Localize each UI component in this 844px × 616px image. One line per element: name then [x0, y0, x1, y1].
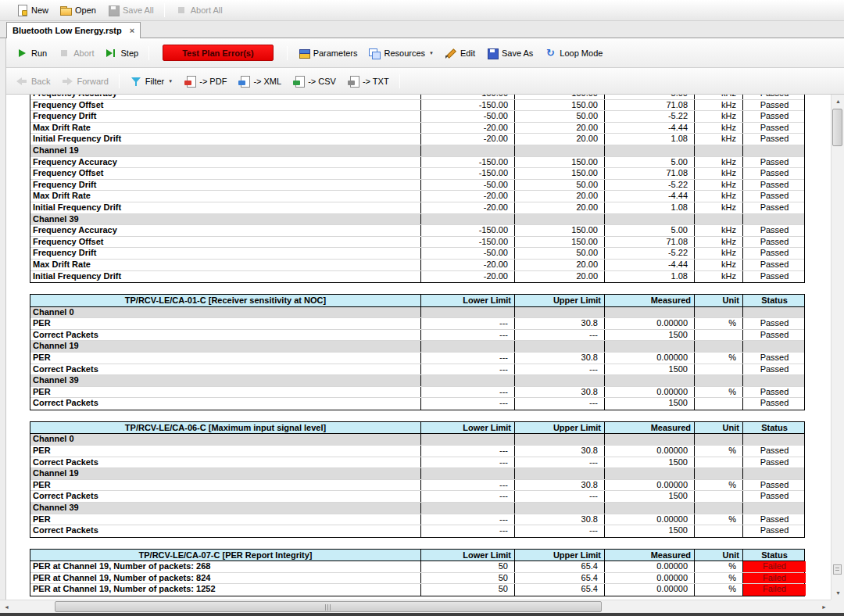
- edit-button-label: Edit: [460, 48, 475, 58]
- parameters-button-label: Parameters: [313, 48, 358, 58]
- upper-limit-value: [514, 307, 604, 318]
- new-button-label: New: [31, 5, 48, 15]
- forward-arrow-icon: [61, 75, 73, 88]
- export-txt-button[interactable]: -> TXT: [342, 73, 394, 90]
- abort-all-button[interactable]: Abort All: [170, 2, 227, 19]
- unit-value: kHz: [694, 225, 742, 236]
- row-label: Frequency Accuracy: [30, 95, 420, 99]
- back-button-label: Back: [31, 77, 50, 86]
- test-plan-error-button[interactable]: Test Plan Error(s): [163, 45, 274, 61]
- upper-limit-value: 30.8: [514, 318, 604, 329]
- edit-button[interactable]: Edit: [440, 45, 480, 62]
- section-row: Channel 19: [30, 341, 804, 353]
- status-value: [742, 341, 806, 352]
- save-as-button-label: Save As: [502, 48, 533, 58]
- upper-limit-value: [514, 503, 604, 514]
- tab-title: Bluetooth Low Energy.rstp: [13, 26, 122, 35]
- parameters-button[interactable]: Parameters: [293, 45, 363, 62]
- resources-button[interactable]: Resources ▼: [363, 45, 438, 62]
- upper-limit-value: ---: [514, 330, 604, 341]
- upper-limit-value: 150.00: [514, 95, 604, 99]
- measured-value: 0.00000: [604, 446, 694, 457]
- upper-limit-value: 150.00: [514, 225, 604, 236]
- filter-button[interactable]: Filter ▼: [125, 73, 177, 90]
- measured-value: 1.08: [604, 202, 694, 213]
- row-label: PER: [30, 318, 420, 329]
- unit-value: [694, 398, 742, 410]
- upper-limit-value: 20.00: [514, 123, 604, 134]
- lower-limit-value: -20.00: [420, 134, 514, 145]
- lower-limit-value: -20.00: [420, 271, 514, 283]
- step-icon: [105, 47, 117, 59]
- measured-value: [604, 307, 694, 318]
- vertical-scrollbar-thumb[interactable]: [832, 109, 842, 146]
- upper-limit-value: 50.00: [514, 248, 604, 259]
- vertical-scrollbar[interactable]: ▲ ▼: [831, 95, 844, 600]
- scroll-up-arrow-icon[interactable]: ▲: [831, 95, 844, 108]
- status-value: Passed: [742, 353, 806, 364]
- unit-value: [694, 457, 742, 468]
- unit-value: kHz: [694, 180, 742, 191]
- loop-mode-button[interactable]: ↻ Loop Mode: [539, 45, 607, 62]
- horizontal-scrollbar-thumb[interactable]: [55, 601, 602, 612]
- result-table: TP/RCV-LE/CA-07-C [PER Report Integrity]…: [30, 549, 805, 596]
- row-label: PER: [30, 446, 420, 457]
- upper-limit-value: ---: [514, 398, 604, 410]
- scrollbar-corner: [831, 600, 844, 613]
- new-button[interactable]: New: [11, 2, 53, 19]
- forward-button[interactable]: Forward: [56, 73, 113, 90]
- save-as-button[interactable]: Save As: [481, 45, 538, 62]
- tab-close-icon[interactable]: ×: [130, 26, 134, 35]
- abort-all-button-label: Abort All: [191, 5, 223, 15]
- table-row: Correct Packets------1500Passed: [30, 398, 804, 410]
- measured-value: -5.22: [604, 180, 694, 191]
- scroll-right-arrow-icon[interactable]: ►: [817, 600, 831, 614]
- scrollbar-gripper[interactable]: [833, 564, 842, 575]
- export-pdf-button[interactable]: -> PDF: [179, 73, 231, 90]
- status-value: Passed: [742, 180, 806, 191]
- upper-limit-value: [514, 468, 604, 479]
- status-value: [742, 145, 806, 156]
- measured-value: [604, 341, 694, 352]
- measured-value: 1500: [604, 525, 694, 537]
- back-arrow-icon: [16, 75, 28, 88]
- chevron-down-icon: ▼: [168, 79, 173, 84]
- abort-button[interactable]: Abort: [53, 45, 98, 62]
- upper-limit-value: 30.8: [514, 514, 604, 525]
- lower-limit-value: [420, 503, 514, 514]
- export-csv-button[interactable]: -> CSV: [288, 73, 341, 90]
- tab-bluetooth-low-energy[interactable]: Bluetooth Low Energy.rstp ×: [6, 22, 141, 38]
- row-label: Correct Packets: [30, 398, 420, 410]
- export-txt-label: -> TXT: [363, 77, 389, 86]
- row-label: Initial Frequency Drift: [30, 271, 420, 283]
- measured-value: [604, 434, 694, 445]
- measured-value: 1500: [604, 491, 694, 502]
- row-label: Frequency Drift: [30, 111, 420, 122]
- row-label: PER at Channel 19, Number of packets: 12…: [30, 584, 420, 596]
- save-all-button[interactable]: Save All: [102, 2, 159, 19]
- resources-button-label: Resources: [384, 48, 425, 58]
- lower-limit-value: -20.00: [420, 123, 514, 134]
- step-button[interactable]: Step: [100, 45, 143, 62]
- unit-value: [694, 491, 742, 502]
- toolbar-separator: [399, 74, 400, 88]
- row-label: Max Drift Rate: [30, 123, 420, 134]
- upper-limit-value: 20.00: [514, 134, 604, 145]
- chevron-down-icon: ▼: [429, 51, 434, 56]
- scroll-down-arrow-icon[interactable]: ▼: [831, 586, 844, 600]
- horizontal-scrollbar[interactable]: ◄ ►: [0, 600, 831, 613]
- back-button[interactable]: Back: [11, 73, 55, 90]
- run-button[interactable]: Run: [11, 45, 52, 62]
- table-row: Frequency Offset-150.00150.0071.08kHzPas…: [30, 237, 804, 249]
- toolbar-separator: [164, 3, 165, 17]
- upper-limit-value: 50.00: [514, 111, 604, 122]
- open-button[interactable]: Open: [55, 2, 101, 19]
- unit-value: %: [694, 561, 742, 572]
- table-row: Correct Packets------1500Passed: [30, 491, 804, 503]
- unit-value: [694, 525, 742, 537]
- scroll-left-arrow-icon[interactable]: ◄: [0, 600, 13, 614]
- toolbar-separator: [148, 46, 149, 60]
- export-xml-button[interactable]: -> XML: [233, 73, 286, 90]
- report-viewport[interactable]: Frequency Accuracy-150.00150.005.00kHzPa…: [6, 95, 831, 600]
- lower-limit-value: -50.00: [420, 248, 514, 259]
